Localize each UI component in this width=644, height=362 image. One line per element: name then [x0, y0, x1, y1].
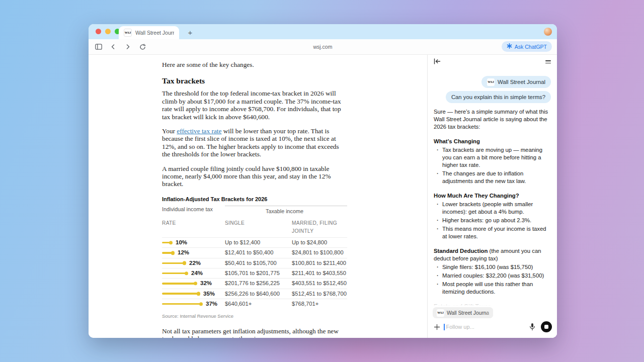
article-paragraph: Your effective tax rate will be lower th… — [162, 127, 347, 158]
rate-bar — [162, 293, 198, 295]
article-intro: Here are some of the key changes. — [162, 61, 347, 68]
effective-tax-rate-link[interactable]: effective tax rate — [177, 127, 221, 135]
profile-avatar[interactable] — [544, 28, 552, 36]
input-placeholder: Follow up... — [445, 324, 474, 330]
window-controls — [96, 29, 120, 34]
reload-icon[interactable] — [137, 42, 147, 52]
table-row: 10% Up to $12,400 Up to $24,800 — [162, 237, 347, 247]
browser-toolbar: wsj.com Ask ChatGPT — [89, 39, 557, 55]
minimize-window-button[interactable] — [105, 29, 111, 34]
chat-composer: WSJ Wall Street Journal Follow up... — [428, 306, 557, 338]
chat-scroll-area[interactable]: WSJ Wall Street Journal Can you explain … — [428, 69, 557, 306]
article-pane: Here are some of the key changes. Tax br… — [89, 55, 427, 338]
article-paragraph: Not all tax parameters get inflation adj… — [162, 327, 347, 338]
rate-bar — [162, 252, 173, 254]
back-icon[interactable] — [108, 42, 118, 52]
chat-bullet: Single filers: $16,100 (was $15,750) — [434, 263, 551, 271]
article-paragraph: The threshold for the top federal income… — [162, 89, 347, 121]
stop-button[interactable] — [541, 321, 552, 332]
table-row: 22% $50,401 to $105,700 $100,801 to $211… — [162, 258, 347, 268]
close-window-button[interactable] — [96, 29, 101, 34]
chat-section-whats-changing: What’s Changing Tax brackets are moving … — [434, 138, 551, 185]
microphone-icon[interactable] — [528, 323, 537, 331]
table-header-row: RATE SINGLE MARRIED, FILING JOINTLY — [162, 219, 347, 237]
browser-window: WSJ Wall Street Journal + — [89, 24, 557, 338]
ask-chatgpt-button[interactable]: Ask ChatGPT — [502, 41, 552, 52]
wsj-favicon-icon: WSJ — [124, 29, 132, 37]
tab-bar: WSJ Wall Street Journal + — [89, 24, 557, 39]
chat-bullet: Higher brackets: go up about 2.3%. — [434, 217, 551, 224]
context-pill-wsj: WSJ Wall Street Journal — [481, 76, 551, 88]
article-heading-tax-brackets: Tax brackets — [162, 76, 347, 85]
ask-chatgpt-label: Ask ChatGPT — [515, 44, 547, 50]
sidebar-toggle-icon[interactable] — [94, 42, 104, 52]
chat-section-standard-deduction: Standard Deduction (the amount you can d… — [434, 247, 551, 296]
chat-bullet: Lower brackets (people with smaller inco… — [434, 201, 551, 216]
chat-bullet: This means more of your income is taxed … — [434, 225, 551, 240]
new-tab-button[interactable]: + — [184, 26, 196, 38]
followup-input[interactable]: Follow up... — [444, 324, 528, 330]
chat-bullet: The changes are due to inflation adjustm… — [434, 170, 551, 185]
table-row: 24% $105,701 to $201,775 $211,401 to $40… — [162, 268, 347, 278]
user-message: Can you explain this in simple terms? — [446, 91, 551, 103]
text-cursor — [444, 324, 445, 330]
stop-icon — [544, 325, 548, 329]
chatgpt-sidebar: WSJ Wall Street Journal Can you explain … — [427, 55, 557, 338]
desktop-background: WSJ Wall Street Journal + — [0, 0, 644, 362]
table-row: 35% $256,226 to $640,600 $512,451 to $76… — [162, 289, 347, 299]
group-individual-income-tax: Individual income tax — [162, 206, 225, 215]
rate-bar — [162, 273, 186, 275]
assistant-message: Sure — here’s a simple summary of what t… — [434, 108, 551, 306]
collapse-sidebar-icon[interactable] — [434, 57, 441, 66]
wsj-chip-icon: WSJ — [437, 309, 444, 317]
attach-plus-icon[interactable] — [433, 323, 441, 331]
table-row: 12% $12,401 to $50,400 $24,801 to $100,8… — [162, 247, 347, 257]
table-title: Inflation-Adjusted Tax Brackets for 2026 — [162, 196, 347, 202]
sidebar-header — [428, 55, 557, 69]
rate-bar — [162, 303, 201, 305]
group-taxable-income: Taxable income — [225, 206, 347, 215]
composer-chip-label: Wall Street Journal — [447, 310, 489, 316]
rate-bar — [162, 242, 171, 244]
tab-wall-street-journal[interactable]: WSJ Wall Street Journal — [119, 26, 179, 39]
forward-icon[interactable] — [123, 42, 133, 52]
chat-bullet: Tax brackets are moving up — meaning you… — [434, 146, 551, 169]
chat-section-how-much: How Much Are They Changing? Lower bracke… — [434, 192, 551, 240]
table-row: 37% $640,601+ $768,701+ — [162, 299, 347, 309]
composer-context-chip[interactable]: WSJ Wall Street Journal — [433, 307, 493, 318]
address-url[interactable]: wsj.com — [89, 44, 557, 50]
chatgpt-icon — [507, 43, 512, 50]
table-source: Source: Internal Revenue Service — [162, 312, 347, 320]
tab-title: Wall Street Journal — [135, 30, 174, 36]
context-pill-label: Wall Street Journal — [498, 78, 545, 86]
article-paragraph: A married couple filing jointly could ha… — [162, 165, 347, 188]
rate-bar — [162, 283, 195, 285]
menu-icon[interactable] — [545, 60, 551, 63]
rate-bar — [162, 262, 184, 264]
tax-brackets-table: Inflation-Adjusted Tax Brackets for 2026… — [162, 196, 347, 320]
chat-bullet: Most people will use this rather than it… — [434, 281, 551, 296]
chat-bullet: Married couples: $32,200 (was $31,500) — [434, 272, 551, 280]
wsj-chip-icon: WSJ — [487, 78, 495, 86]
table-row: 32% $201,776 to $256,225 $403,551 to $51… — [162, 278, 347, 288]
assistant-intro: Sure — here’s a simple summary of what t… — [434, 108, 551, 131]
